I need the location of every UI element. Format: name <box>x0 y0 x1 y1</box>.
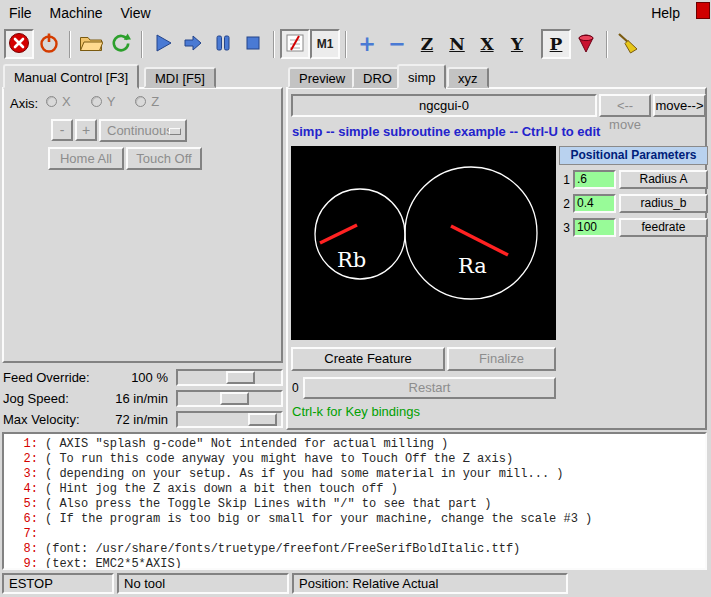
gcode-line-text: ( To run this code anyway you might have… <box>45 452 513 466</box>
radio-dot-icon <box>46 96 57 107</box>
reload-icon <box>110 32 132 57</box>
optional-stop-button[interactable]: M1 <box>310 29 340 59</box>
gcode-line-number: 5: <box>14 497 38 512</box>
tab-xyz[interactable]: xyz <box>447 67 489 88</box>
zoom-out-button[interactable]: − <box>382 29 412 59</box>
gcode-line-text: (text: EMC2*5*AXIS) <box>45 557 182 570</box>
param-row: 2 0.4 radius_b <box>559 194 708 213</box>
view-z-rotated-button[interactable]: N <box>442 29 472 59</box>
clear-plot-button[interactable] <box>613 29 643 59</box>
reload-file-button[interactable] <box>106 29 136 59</box>
finalize-button[interactable]: Finalize <box>447 347 556 371</box>
param-radius-b-name: radius_b <box>619 194 708 213</box>
touch-off-button[interactable]: Touch Off <box>126 147 202 170</box>
jog-plus-button[interactable]: + <box>75 119 97 141</box>
slider-handle[interactable] <box>248 413 277 426</box>
jog-speed-slider[interactable] <box>176 390 283 407</box>
gcode-line-number: 1: <box>14 437 38 452</box>
gcode-line-text: ( Also press the Toggle Skip Lines with … <box>45 497 491 511</box>
axis-label: Axis: <box>10 96 38 111</box>
tab-simp[interactable]: simp <box>397 64 446 89</box>
max-velocity-slider[interactable] <box>176 411 283 428</box>
view-x-button[interactable]: X <box>472 29 502 59</box>
machine-power-button[interactable] <box>34 29 64 59</box>
gcode-listing[interactable]: 1:( AXIS "splash g-code" Not intended fo… <box>2 432 707 570</box>
tab-mdi[interactable]: MDI [F5] <box>144 67 216 88</box>
estop-button[interactable] <box>4 29 34 59</box>
pause-button[interactable] <box>208 29 238 59</box>
tab-manual-control-label: Manual Control [F3] <box>14 70 128 85</box>
jog-mode-dropdown[interactable]: Continuous <box>99 119 187 142</box>
axis-radio-x[interactable]: X <box>46 94 71 109</box>
optional-stop-m1-icon: M1 <box>317 37 334 51</box>
toolbar-separator <box>141 31 143 58</box>
gcode-line-number: 3: <box>14 467 38 482</box>
view-perspective-button[interactable]: P <box>541 29 571 59</box>
toolbar-separator <box>69 31 71 58</box>
restart-button[interactable]: Restart <box>303 377 556 399</box>
tab-dro[interactable]: DRO <box>352 67 403 88</box>
menu-file[interactable]: File <box>0 2 41 24</box>
view-y-button[interactable]: Y <box>502 29 532 59</box>
tab-preview[interactable]: Preview <box>288 67 356 88</box>
feed-override-value: 100 % <box>131 370 168 385</box>
gcode-line-text: ( If the program is too big or small for… <box>45 512 592 526</box>
axis-radio-group: X Y Z <box>46 94 159 109</box>
gcode-line: 1:( AXIS "splash g-code" Not intended fo… <box>14 437 705 452</box>
axis-radio-z[interactable]: Z <box>135 94 159 109</box>
menu-help[interactable]: Help <box>642 2 689 24</box>
radius-a-line <box>451 226 508 255</box>
axis-radio-y[interactable]: Y <box>91 94 116 109</box>
gcode-line-text: ( Hint jog the Z axis down a bit then to… <box>45 482 398 496</box>
menu-machine[interactable]: Machine <box>41 2 112 24</box>
zoom-in-button[interactable]: + <box>352 29 382 59</box>
slider-handle[interactable] <box>220 392 249 405</box>
param-radius-a-name: Radius A <box>619 170 708 189</box>
positional-parameters: Positional Parameters 1 .6 Radius A 2 0.… <box>559 146 708 237</box>
run-step-button[interactable] <box>178 29 208 59</box>
jog-speed-value: 16 in/min <box>115 391 168 406</box>
stop-button[interactable] <box>238 29 268 59</box>
slider-handle[interactable] <box>226 371 255 384</box>
param-row: 3 100 feedrate <box>559 218 708 237</box>
letter-z-icon: Z <box>421 34 433 54</box>
param-radius-a-input[interactable]: .6 <box>573 170 616 189</box>
stop-icon <box>242 32 264 57</box>
gcode-line-number: 9: <box>14 557 38 570</box>
feed-override-slider[interactable] <box>176 369 283 386</box>
param-feedrate-name: feedrate <box>619 218 708 237</box>
move-left-button[interactable]: <--move <box>599 94 651 117</box>
status-position: Position: Relative Actual <box>292 573 568 594</box>
toggle-skip-lines-button[interactable] <box>280 29 310 59</box>
toolbar: M1 + − Z N X Y P <box>0 26 711 62</box>
gcode-line: 8:(font: /usr/share/fonts/truetype/freef… <box>14 542 705 557</box>
ngcgui-instance-entry[interactable]: ngcgui-0 <box>291 94 597 117</box>
letter-x-icon: X <box>480 34 493 54</box>
letter-z-rotated-icon: N <box>449 34 465 54</box>
max-velocity-value: 72 in/min <box>115 412 168 427</box>
tab-simp-label: simp <box>408 70 435 85</box>
rotate-view-button[interactable] <box>571 29 601 59</box>
menu-view[interactable]: View <box>111 2 159 24</box>
gcode-line-number: 8: <box>14 542 38 557</box>
max-velocity-row: Max Velocity: 72 in/min <box>3 409 283 429</box>
move-right-button[interactable]: move--> <box>653 94 706 117</box>
param-radius-b-input[interactable]: 0.4 <box>573 194 616 213</box>
power-icon <box>38 32 60 57</box>
broom-icon <box>616 31 640 58</box>
max-velocity-label: Max Velocity: <box>3 412 115 427</box>
create-feature-button[interactable]: Create Feature <box>291 347 445 371</box>
home-all-button[interactable]: Home All <box>48 147 124 170</box>
tab-manual-control[interactable]: Manual Control [F3] <box>3 64 139 89</box>
jog-minus-button[interactable]: - <box>51 119 73 141</box>
run-program-button[interactable] <box>148 29 178 59</box>
toolbar-separator <box>606 31 608 58</box>
param-feedrate-input[interactable]: 100 <box>573 218 616 237</box>
gcode-line: 9:(text: EMC2*5*AXIS) <box>14 557 705 570</box>
keybindings-hint: Ctrl-k for Key bindings <box>292 404 420 419</box>
open-file-button[interactable] <box>76 29 106 59</box>
gcode-line-number: 7: <box>14 527 38 542</box>
gcode-line: 4:( Hint jog the Z axis down a bit then … <box>14 482 705 497</box>
gcode-line: 6:( If the program is too big or small f… <box>14 512 705 527</box>
view-z-button[interactable]: Z <box>412 29 442 59</box>
